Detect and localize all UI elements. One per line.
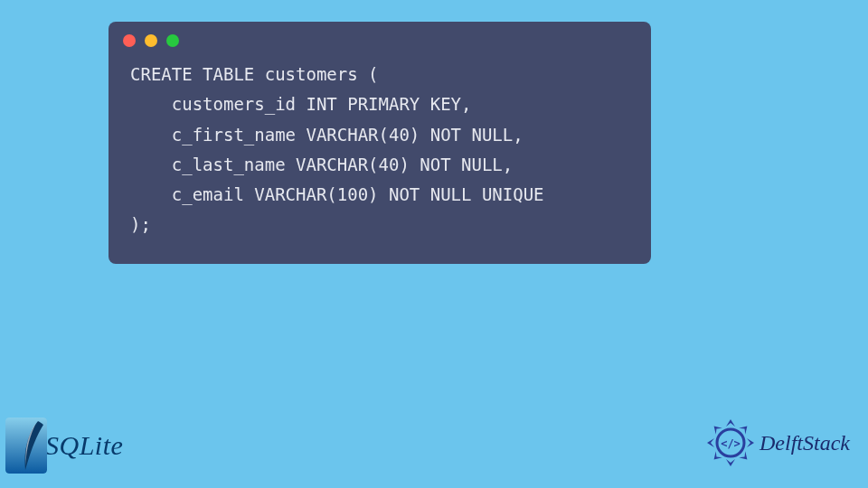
code-window: CREATE TABLE customers ( customers_id IN… [108, 22, 651, 264]
sqlite-wordmark: SQLite [45, 430, 123, 461]
window-titlebar [108, 22, 651, 54]
delftstack-emblem-icon: </> [705, 418, 756, 468]
delftstack-wordmark: DelftStack [760, 431, 850, 455]
minimize-traffic-light-icon [145, 34, 157, 47]
svg-text:</>: </> [721, 437, 741, 450]
delftstack-logo: </> DelftStack [705, 418, 850, 468]
code-block: CREATE TABLE customers ( customers_id IN… [108, 54, 651, 246]
close-traffic-light-icon [123, 34, 136, 47]
sqlite-feather-icon [5, 418, 47, 474]
zoom-traffic-light-icon [166, 34, 179, 47]
sqlite-logo: SQLite [5, 418, 123, 474]
